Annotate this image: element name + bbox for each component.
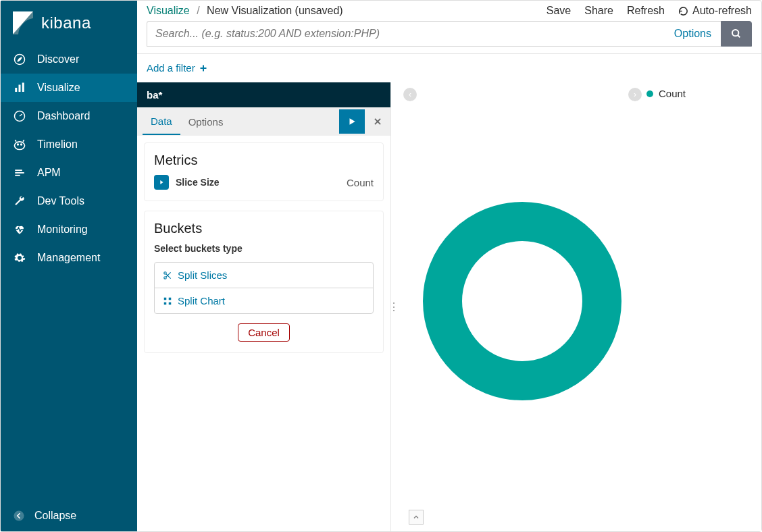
refresh-button[interactable]: Refresh xyxy=(627,5,665,17)
donut-chart xyxy=(422,201,622,401)
scroll-top-button[interactable] xyxy=(409,510,424,525)
scissors-icon xyxy=(163,271,172,280)
legend-label: Count xyxy=(659,88,686,99)
svg-point-13 xyxy=(14,511,24,521)
metric-label: Slice Size xyxy=(176,177,220,188)
breadcrumb-root[interactable]: Visualize xyxy=(147,5,190,16)
caret-right-icon xyxy=(154,175,169,190)
sidebar-item-label: Visualize xyxy=(37,82,80,94)
svg-rect-28 xyxy=(164,302,167,304)
svg-rect-29 xyxy=(169,302,172,304)
sidebar-item-timelion[interactable]: Timelion xyxy=(1,130,137,159)
svg-point-23 xyxy=(164,276,167,279)
panel-tabs: Data Options xyxy=(137,107,390,136)
close-icon xyxy=(373,117,382,126)
svg-line-15 xyxy=(738,35,740,37)
sidebar-item-visualize[interactable]: Visualize xyxy=(1,74,137,102)
sidebar-nav: Discover Visualize Dashboard Timelion xyxy=(1,45,137,503)
metric-value: Count xyxy=(347,177,374,188)
svg-point-30 xyxy=(442,221,602,381)
workspace: ba* Data Options xyxy=(137,82,761,531)
save-button[interactable]: Save xyxy=(547,5,571,17)
share-button[interactable]: Share xyxy=(584,5,613,17)
sidebar-item-management[interactable]: Management xyxy=(1,244,137,272)
sidebar-item-discover[interactable]: Discover xyxy=(1,45,137,74)
apm-icon xyxy=(13,167,26,179)
brand-name: kibana xyxy=(41,14,91,32)
bucket-option-split-chart[interactable]: Split Chart xyxy=(155,288,373,313)
sidebar: kibana Discover Visualize Dashboard xyxy=(1,1,137,531)
collapse-label: Collapse xyxy=(34,510,76,522)
topbar-actions: Save Share Refresh Auto-refresh xyxy=(547,5,752,17)
svg-point-7 xyxy=(15,142,25,150)
search-icon xyxy=(731,28,742,39)
wrench-icon xyxy=(13,195,26,207)
breadcrumb-current: New Visualization (unsaved) xyxy=(207,5,343,16)
topbar: Visualize / New Visualization (unsaved) … xyxy=(137,1,761,54)
panel-resize-handle[interactable]: ⋮ xyxy=(391,82,397,531)
index-pattern-label: ba* xyxy=(137,82,390,107)
search-input[interactable] xyxy=(147,21,665,47)
svg-point-9 xyxy=(21,144,22,145)
svg-rect-2 xyxy=(15,88,17,92)
sidebar-item-label: Dashboard xyxy=(37,110,90,122)
grid-icon xyxy=(163,296,172,306)
metrics-card: Metrics Slice Size Count xyxy=(144,142,384,201)
sidebar-item-dev-tools[interactable]: Dev Tools xyxy=(1,187,137,215)
apply-changes-button[interactable] xyxy=(339,109,365,134)
buckets-title: Buckets xyxy=(154,221,374,236)
bucket-option-split-slices[interactable]: Split Slices xyxy=(155,263,373,288)
chevron-right-icon: › xyxy=(634,90,636,99)
tab-data[interactable]: Data xyxy=(143,109,180,135)
add-filter-button[interactable]: Add a filter xyxy=(147,62,207,74)
config-panel: ba* Data Options xyxy=(137,82,391,531)
tab-options[interactable]: Options xyxy=(180,109,232,134)
search-button[interactable] xyxy=(721,21,752,47)
play-icon xyxy=(347,117,357,126)
chart-next-button[interactable]: › xyxy=(628,88,642,101)
kibana-logo xyxy=(13,11,33,34)
svg-line-6 xyxy=(20,114,22,116)
svg-marker-1 xyxy=(18,57,22,61)
plus-icon xyxy=(199,64,207,72)
gauge-icon xyxy=(13,110,26,122)
sidebar-item-dashboard[interactable]: Dashboard xyxy=(1,102,137,130)
svg-rect-26 xyxy=(164,297,167,300)
sidebar-item-label: Dev Tools xyxy=(37,195,84,207)
heartbeat-icon xyxy=(13,223,26,236)
compass-icon xyxy=(13,53,26,65)
chart-prev-button[interactable]: ‹ xyxy=(403,88,417,101)
refresh-icon xyxy=(678,6,688,16)
searchbar: Options xyxy=(147,21,752,47)
svg-marker-18 xyxy=(350,118,355,124)
metric-row[interactable]: Slice Size Count xyxy=(154,175,374,190)
discard-changes-button[interactable] xyxy=(365,109,390,134)
auto-refresh-button[interactable]: Auto-refresh xyxy=(678,5,752,17)
sidebar-collapse[interactable]: Collapse xyxy=(1,503,137,531)
chevron-left-icon xyxy=(13,510,25,522)
svg-point-22 xyxy=(164,271,167,274)
sidebar-item-label: Timelion xyxy=(37,138,78,151)
breadcrumb: Visualize / New Visualization (unsaved) xyxy=(147,5,343,17)
sidebar-item-label: Discover xyxy=(37,53,79,65)
chevron-up-icon xyxy=(412,513,420,521)
chevron-left-icon: ‹ xyxy=(409,90,411,99)
sidebar-item-label: Monitoring xyxy=(37,223,88,236)
sidebar-item-monitoring[interactable]: Monitoring xyxy=(1,215,137,244)
svg-rect-3 xyxy=(19,85,21,92)
svg-point-14 xyxy=(732,30,738,36)
main: Visualize / New Visualization (unsaved) … xyxy=(137,1,761,531)
legend-color-swatch xyxy=(646,90,653,97)
chart-legend[interactable]: Count xyxy=(646,88,686,99)
filterbar: Add a filter xyxy=(137,54,761,82)
buckets-card: Buckets Select buckets type Split Slices xyxy=(144,211,384,353)
cancel-button[interactable]: Cancel xyxy=(238,323,290,342)
sidebar-item-apm[interactable]: APM xyxy=(1,159,137,187)
sidebar-item-label: APM xyxy=(37,167,61,179)
search-options-button[interactable]: Options xyxy=(665,21,721,47)
svg-rect-27 xyxy=(169,297,172,300)
svg-rect-4 xyxy=(22,83,24,92)
svg-marker-21 xyxy=(160,180,163,184)
metrics-title: Metrics xyxy=(154,153,374,168)
visualization-canvas: ‹ › Count xyxy=(397,82,761,531)
